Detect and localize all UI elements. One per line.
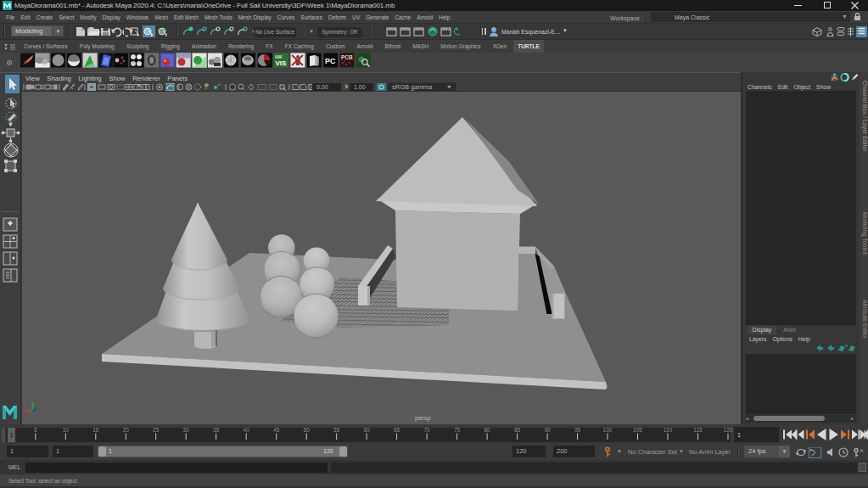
svg-text:75: 75: [454, 427, 461, 433]
svg-text:25: 25: [153, 427, 160, 433]
svg-text:100: 100: [603, 427, 613, 433]
svg-text:1.00: 1.00: [354, 84, 366, 90]
svg-text:105: 105: [633, 427, 642, 433]
svg-text:PCB: PCB: [341, 54, 353, 60]
svg-text:40: 40: [244, 427, 250, 433]
svg-text:10: 10: [63, 427, 70, 433]
svg-text:persp: persp: [415, 414, 431, 422]
svg-text:60: 60: [363, 427, 370, 433]
svg-text:80: 80: [484, 427, 490, 433]
svg-text:50: 50: [304, 427, 311, 433]
svg-text:15: 15: [92, 427, 99, 433]
svg-text:35: 35: [213, 427, 220, 433]
svg-text:0.00: 0.00: [316, 84, 328, 90]
svg-text:110: 110: [664, 427, 673, 433]
svg-text:70: 70: [423, 427, 430, 433]
svg-text:1: 1: [737, 431, 741, 439]
svg-text:95: 95: [574, 427, 581, 433]
svg-text:45: 45: [273, 427, 280, 433]
svg-text:120: 120: [724, 427, 733, 433]
svg-text:85: 85: [514, 427, 521, 433]
svg-text:115: 115: [693, 427, 703, 433]
svg-text:sRGB gamma: sRGB gamma: [392, 83, 433, 91]
svg-text:PC: PC: [325, 57, 336, 65]
svg-text:20: 20: [123, 427, 130, 433]
svg-text:1: 1: [10, 432, 14, 438]
svg-text:55: 55: [333, 427, 340, 433]
svg-text:65: 65: [394, 427, 400, 433]
svg-text:90: 90: [544, 427, 551, 433]
svg-text:5: 5: [34, 427, 37, 433]
svg-text:VIS: VIS: [276, 59, 288, 67]
svg-text:30: 30: [183, 427, 190, 433]
